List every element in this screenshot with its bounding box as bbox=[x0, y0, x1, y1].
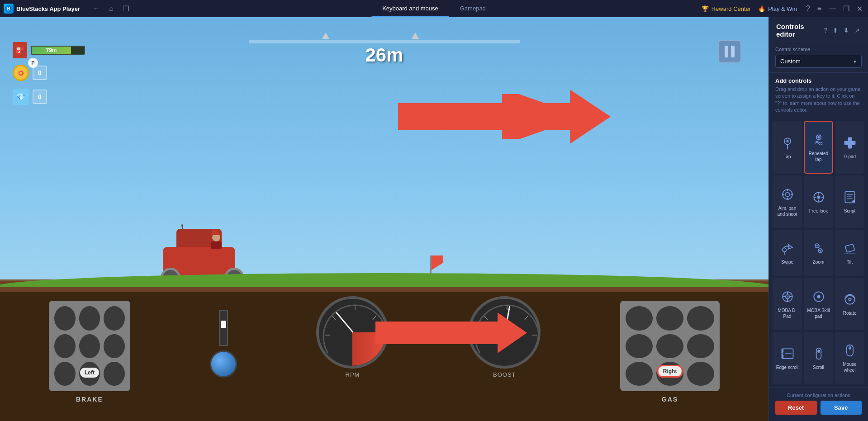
control-scheme-section: Control scheme Custom bbox=[769, 42, 868, 73]
controls-panel-icons: ? ⬆ ⬇ ↗ bbox=[823, 26, 861, 35]
close-button[interactable]: ✕ bbox=[855, 4, 864, 14]
hole-3 bbox=[104, 306, 125, 330]
svg-text:5: 5 bbox=[786, 295, 788, 299]
control-moba-d-pad[interactable]: 5 MOBA D-Pad bbox=[773, 278, 802, 330]
control-scroll[interactable]: Scroll bbox=[804, 332, 833, 384]
pause-button[interactable] bbox=[718, 40, 741, 63]
ball-indicator bbox=[210, 350, 237, 378]
controls-grid: Tap Repeated tap bbox=[769, 117, 868, 388]
brake-label: BRAKE bbox=[76, 396, 103, 403]
minimize-button[interactable]: — bbox=[827, 4, 838, 14]
tap-icon bbox=[779, 135, 796, 151]
gem-counter: 0 bbox=[33, 90, 47, 104]
hole-1 bbox=[54, 306, 76, 330]
top-red-arrow bbox=[398, 87, 615, 146]
moba-skill-pad-icon bbox=[811, 289, 827, 305]
swipe-label: Swipe bbox=[781, 259, 793, 265]
bottom-actions: Current configuration actions Reset Save bbox=[769, 388, 868, 421]
control-moba-skill-pad[interactable]: MOBA Skill pad bbox=[804, 278, 833, 330]
control-free-look[interactable]: Free look bbox=[804, 175, 833, 227]
coin-icon: ⭕ bbox=[13, 65, 29, 81]
app-name: BlueStacks App Player bbox=[16, 5, 80, 12]
control-swipe[interactable]: Swipe bbox=[773, 230, 802, 276]
fuel-bar: 79m bbox=[32, 47, 71, 54]
add-controls-section: Add controls Drag and drop an action on … bbox=[769, 73, 868, 117]
gas-hole-3 bbox=[687, 306, 714, 330]
repeated-tap-icon bbox=[811, 132, 827, 148]
save-button[interactable]: Save bbox=[821, 401, 862, 415]
left-button[interactable]: Left bbox=[80, 368, 99, 378]
import-button[interactable]: ⬆ bbox=[832, 26, 839, 35]
menu-button[interactable]: ≡ bbox=[816, 4, 823, 14]
control-rotate[interactable]: Rotate bbox=[835, 278, 864, 330]
export-button[interactable]: ⬇ bbox=[843, 26, 850, 35]
add-controls-title: Add controls bbox=[775, 77, 862, 84]
svg-rect-25 bbox=[848, 141, 852, 145]
svg-rect-21 bbox=[848, 137, 852, 141]
control-aim-pan-shoot[interactable]: Aim, pan and shoot bbox=[773, 175, 802, 227]
game-area[interactable]: ⛽ 79m P ⭕ 0 💎 0 26m bbox=[0, 17, 768, 421]
hud-distance: 26m bbox=[365, 44, 403, 66]
gas-hole-4 bbox=[626, 334, 653, 358]
hud-coin: ⭕ 0 bbox=[13, 65, 47, 81]
reset-button[interactable]: Reset bbox=[775, 401, 817, 415]
help-controls-button[interactable]: ? bbox=[823, 26, 828, 35]
svg-rect-24 bbox=[851, 141, 855, 145]
share-button[interactable]: ↗ bbox=[854, 26, 861, 35]
hole-2 bbox=[79, 306, 100, 330]
svg-marker-14 bbox=[398, 90, 611, 144]
mouse-wheel-label: Mouse wheel bbox=[837, 361, 862, 373]
reward-center-button[interactable]: 🏆 Reward Center bbox=[702, 5, 751, 12]
control-tilt[interactable]: Tilt bbox=[835, 230, 864, 276]
control-zoom[interactable]: Zoom bbox=[804, 230, 833, 276]
fire-icon: 🔥 bbox=[758, 5, 765, 12]
controls-panel-title: Controls editor bbox=[776, 23, 823, 38]
tab-gamepad[interactable]: Gamepad bbox=[449, 0, 497, 17]
control-scheme-select[interactable]: Custom bbox=[775, 55, 862, 68]
gas-hole-9 bbox=[687, 362, 714, 386]
control-tap[interactable]: Tap bbox=[773, 121, 802, 174]
help-button[interactable]: ? bbox=[804, 4, 812, 14]
script-label: Script bbox=[844, 208, 856, 214]
back-button[interactable]: ← bbox=[89, 3, 104, 14]
window-button[interactable]: ❐ bbox=[119, 3, 133, 15]
trophy-icon: 🏆 bbox=[702, 5, 709, 12]
aim-pan-shoot-label: Aim, pan and shoot bbox=[775, 205, 800, 217]
app-logo: B BlueStacks App Player bbox=[4, 4, 80, 14]
svg-point-27 bbox=[785, 192, 789, 196]
bluestacks-icon: B bbox=[4, 4, 14, 14]
right-button[interactable]: Right bbox=[657, 365, 683, 378]
svg-marker-15 bbox=[375, 312, 527, 353]
flag-triangle bbox=[432, 255, 443, 270]
topbar-right: 🏆 Reward Center 🔥 Play & Win ? ≡ — ❐ ✕ bbox=[702, 4, 864, 14]
moba-d-pad-label: MOBA D-Pad bbox=[775, 307, 800, 319]
free-look-icon bbox=[811, 189, 827, 205]
hud-fuel: ⛽ 79m bbox=[13, 42, 85, 58]
gas-label: GAS bbox=[662, 396, 678, 403]
tilt-label: Tilt bbox=[847, 259, 853, 265]
scheme-select-wrapper: Custom bbox=[775, 55, 862, 68]
ball-indicator-wrapper bbox=[210, 310, 237, 382]
hole-7 bbox=[54, 362, 76, 386]
controls-panel-header: Controls editor ? ⬆ ⬇ ↗ bbox=[769, 17, 868, 42]
hole-6 bbox=[104, 334, 125, 358]
home-button[interactable]: ⌂ bbox=[105, 3, 117, 14]
rotate-icon bbox=[842, 291, 858, 307]
control-edge-scroll[interactable]: Edge scroll bbox=[773, 332, 802, 384]
control-mouse-wheel[interactable]: Mouse wheel bbox=[835, 332, 864, 384]
gas-panel: Right GAS bbox=[620, 301, 720, 391]
fuel-bar-bg: 79m bbox=[31, 46, 85, 55]
tab-keyboard-mouse[interactable]: Keyboard and mouse bbox=[371, 0, 449, 17]
control-d-pad[interactable]: D-pad bbox=[835, 121, 864, 174]
action-buttons: Reset Save bbox=[775, 401, 862, 415]
play-win-button[interactable]: 🔥 Play & Win bbox=[758, 5, 797, 12]
control-scheme-label: Control scheme bbox=[775, 47, 862, 52]
level-indicator bbox=[221, 321, 226, 328]
tilt-icon bbox=[842, 240, 858, 256]
restore-button[interactable]: ❐ bbox=[841, 4, 851, 14]
control-repeated-tap[interactable]: Repeated tap bbox=[804, 121, 833, 174]
flag-marker bbox=[412, 33, 419, 39]
mouse-wheel-icon bbox=[842, 342, 858, 359]
gas-hole-1 bbox=[626, 306, 653, 330]
control-script[interactable]: Script bbox=[835, 175, 864, 227]
